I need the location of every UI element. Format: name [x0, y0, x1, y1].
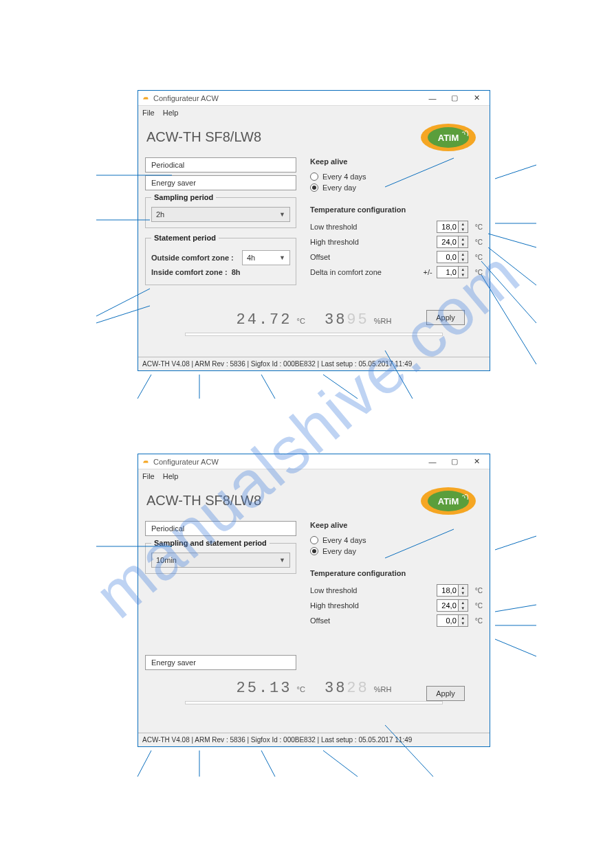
unit-label: °C — [475, 223, 483, 231]
keep-alive-opt1-label: Every 4 days — [322, 536, 366, 544]
progress-bar — [185, 333, 443, 336]
low-threshold-spinner[interactable]: ▲▼ — [437, 221, 468, 233]
high-threshold-spinner[interactable]: ▲▼ — [437, 236, 468, 248]
keep-alive-opt1-row[interactable]: Every 4 days — [310, 536, 483, 544]
statement-period-legend: Statement period — [151, 234, 219, 242]
chevron-down-icon: ▼ — [279, 211, 285, 218]
down-icon[interactable]: ▼ — [459, 272, 468, 278]
down-icon[interactable]: ▼ — [459, 227, 468, 232]
temp-readout: 25.13 — [237, 680, 292, 697]
close-button[interactable]: ✕ — [466, 92, 487, 104]
delta-label: Delta in comfort zone — [310, 268, 419, 276]
high-threshold-spinner[interactable]: ▲▼ — [437, 599, 468, 612]
delta-input[interactable] — [437, 266, 459, 278]
down-icon[interactable]: ▼ — [459, 621, 468, 626]
outside-zone-value: 4h — [247, 254, 255, 262]
statement-period-group: Statement period Outside comfort zone : … — [145, 234, 296, 285]
rh-unit: %RH — [374, 685, 392, 693]
menubar: File Help — [138, 106, 490, 120]
minimize-button[interactable]: — — [422, 92, 443, 104]
statusbar: ACW-TH V4.08 | ARM Rev : 5836 | Sigfox I… — [138, 733, 490, 746]
temp-unit: °C — [297, 685, 305, 693]
menu-file[interactable]: File — [142, 472, 155, 480]
temp-config-group: Temperature configuration Low threshold … — [310, 569, 483, 630]
apply-button[interactable]: Apply — [426, 686, 465, 701]
delta-spinner[interactable]: ▲▼ — [437, 266, 468, 278]
app-window-2: Configurateur ACW — ▢ ✕ File Help ACW-TH… — [138, 454, 490, 747]
low-threshold-label: Low threshold — [310, 586, 432, 594]
close-button[interactable]: ✕ — [466, 456, 487, 468]
temp-config-legend: Temperature configuration — [310, 205, 483, 218]
menu-help[interactable]: Help — [163, 472, 179, 480]
keep-alive-opt1-label: Every 4 days — [322, 173, 366, 181]
up-icon[interactable]: ▲ — [459, 221, 468, 227]
sampling-period-select[interactable]: 2h ▼ — [151, 207, 290, 222]
offset-spinner[interactable]: ▲▼ — [437, 614, 468, 627]
progress-bar — [185, 701, 443, 704]
down-icon[interactable]: ▼ — [459, 242, 468, 247]
maximize-button[interactable]: ▢ — [444, 456, 465, 468]
keep-alive-opt2-label: Every day — [322, 547, 356, 555]
down-icon[interactable]: ▼ — [459, 605, 468, 611]
keep-alive-opt1-row[interactable]: Every 4 days — [310, 173, 483, 181]
up-icon[interactable]: ▲ — [459, 267, 468, 272]
sampling-period-value: 2h — [156, 210, 164, 219]
offset-input[interactable] — [437, 614, 459, 627]
svg-text:ATiM: ATiM — [438, 133, 459, 143]
app-icon — [141, 458, 149, 466]
keep-alive-opt2-row[interactable]: Every day — [310, 547, 483, 555]
up-icon[interactable]: ▲ — [459, 615, 468, 621]
down-icon[interactable]: ▼ — [459, 590, 468, 596]
low-threshold-input[interactable] — [437, 584, 459, 597]
down-icon[interactable]: ▼ — [459, 257, 468, 263]
high-threshold-input[interactable] — [437, 599, 459, 612]
svg-line-21 — [495, 639, 536, 656]
inside-zone-label: Inside comfort zone : — [151, 268, 228, 276]
tab-periodical[interactable]: Periodical — [145, 521, 296, 536]
atim-logo: ATiM — [419, 486, 477, 516]
temp-readout: 24.72 — [237, 311, 292, 329]
chevron-down-icon: ▼ — [279, 254, 285, 261]
keep-alive-opt2-row[interactable]: Every day — [310, 183, 483, 192]
menu-file[interactable]: File — [142, 109, 155, 117]
sampling-statement-select[interactable]: 10min ▼ — [151, 553, 290, 568]
titlebar: Configurateur ACW — ▢ ✕ — [138, 454, 490, 469]
offset-spinner[interactable]: ▲▼ — [437, 251, 468, 263]
tab-energy-saver[interactable]: Energy saver — [145, 175, 296, 190]
up-icon[interactable]: ▲ — [459, 236, 468, 242]
temp-config-legend: Temperature configuration — [310, 569, 483, 581]
svg-line-13 — [261, 375, 275, 399]
delta-prefix: +/- — [424, 268, 432, 276]
temp-unit: °C — [297, 317, 305, 325]
unit-label: °C — [475, 602, 483, 610]
outside-zone-label: Outside comfort zone : — [151, 254, 238, 262]
rh-unit: %RH — [374, 317, 392, 325]
radio-icon — [310, 536, 318, 544]
up-icon[interactable]: ▲ — [459, 585, 468, 590]
svg-line-25 — [323, 750, 358, 777]
high-threshold-input[interactable] — [437, 236, 459, 248]
radio-checked-icon — [310, 183, 318, 192]
tab-periodical[interactable]: Periodical — [145, 157, 296, 173]
menu-help[interactable]: Help — [163, 109, 179, 117]
sampling-statement-value: 10min — [156, 556, 177, 564]
temp-config-group: Temperature configuration Low threshold … — [310, 205, 483, 281]
svg-line-7 — [488, 234, 536, 247]
radio-checked-icon — [310, 547, 318, 555]
up-icon[interactable]: ▲ — [459, 600, 468, 605]
low-threshold-input[interactable] — [437, 221, 459, 233]
offset-input[interactable] — [437, 251, 459, 263]
svg-line-8 — [488, 247, 536, 285]
tab-energy-saver[interactable]: Energy saver — [145, 655, 296, 670]
offset-label: Offset — [310, 253, 432, 261]
up-icon[interactable]: ▲ — [459, 252, 468, 257]
unit-label: °C — [475, 254, 483, 261]
titlebar: Configurateur ACW — ▢ ✕ — [138, 91, 490, 106]
minimize-button[interactable]: — — [422, 456, 443, 468]
offset-label: Offset — [310, 616, 432, 625]
apply-button[interactable]: Apply — [426, 310, 465, 325]
outside-zone-select[interactable]: 4h ▼ — [242, 250, 290, 265]
low-threshold-spinner[interactable]: ▲▼ — [437, 584, 468, 597]
app-window-1: Configurateur ACW — ▢ ✕ File Help ACW-TH… — [138, 90, 490, 371]
maximize-button[interactable]: ▢ — [444, 92, 465, 104]
